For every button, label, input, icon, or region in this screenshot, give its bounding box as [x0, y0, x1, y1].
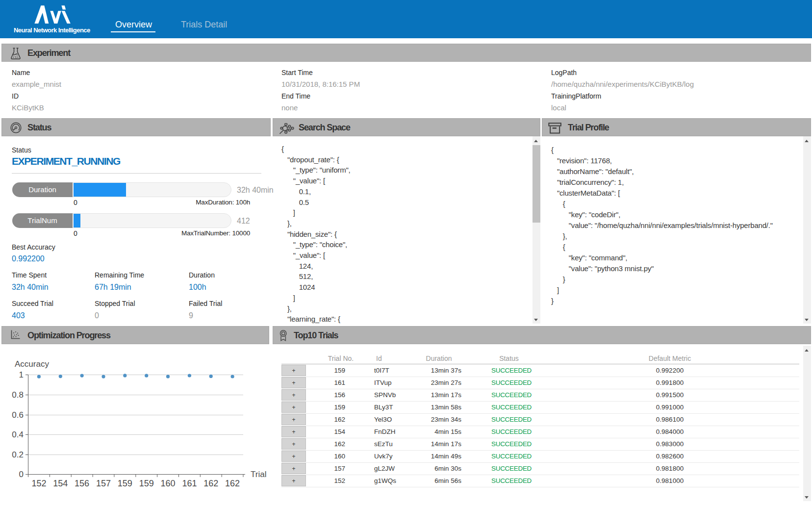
svg-text:Trial: Trial	[251, 470, 266, 479]
svg-text:154: 154	[53, 479, 68, 488]
svg-text:162: 162	[203, 479, 218, 488]
svg-text:160: 160	[160, 479, 175, 488]
svg-text:1: 1	[19, 370, 24, 379]
svg-text:0.6: 0.6	[12, 410, 24, 420]
svg-text:0.8: 0.8	[12, 390, 24, 400]
svg-text:156: 156	[75, 479, 89, 488]
svg-text:0: 0	[19, 470, 24, 479]
svg-text:Accuracy: Accuracy	[15, 359, 49, 369]
svg-text:152: 152	[31, 479, 46, 488]
svg-text:157: 157	[96, 479, 111, 488]
svg-text:159: 159	[139, 479, 154, 488]
svg-text:161: 161	[182, 479, 197, 488]
svg-text:159: 159	[118, 479, 132, 488]
svg-text:162: 162	[225, 479, 240, 488]
svg-text:0.2: 0.2	[12, 450, 24, 459]
svg-text:0.4: 0.4	[12, 430, 24, 439]
